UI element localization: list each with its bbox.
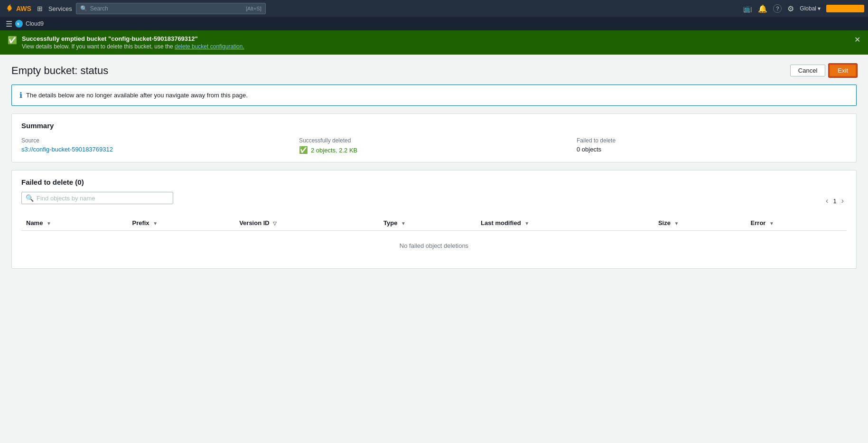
cloud9-icon: 9 (15, 20, 23, 28)
main-content: Empty bucket: status Cancel Exit ℹ The d… (0, 55, 868, 443)
info-text: The details below are no longer availabl… (26, 92, 248, 99)
deleted-check-icon: ✅ (299, 146, 308, 154)
global-region-button[interactable]: Global ▾ (800, 5, 821, 12)
info-box: ℹ The details below are no longer availa… (11, 85, 857, 106)
close-icon[interactable]: ✕ (854, 35, 860, 44)
col-name: Name ▼ (21, 216, 127, 231)
search-icon: 🔍 (80, 5, 87, 12)
deleted-count: 2 objects, 2.2 KB (311, 147, 357, 154)
header-actions: Cancel Exit (790, 64, 857, 77)
success-banner: ✅ Successfully emptied bucket "config-bu… (0, 30, 868, 55)
settings-icon[interactable]: ⚙ (787, 4, 794, 13)
top-navigation: AWS ⊞ Services 🔍 [Alt+S] 📺 🔔 ? ⚙ Global … (0, 0, 868, 17)
search-bar: 🔍 [Alt+S] (76, 3, 266, 14)
search-input[interactable] (90, 5, 243, 12)
source-value: s3://config-bucket-590183769312 (21, 146, 291, 153)
deleted-item: Successfully deleted ✅ 2 objects, 2.2 KB (299, 137, 569, 154)
version-sort-icon[interactable]: ▽ (273, 221, 277, 226)
failed-to-delete-card: Failed to delete (0) 🔍 ‹ 1 › Name ▼ Pref… (11, 170, 857, 269)
search-icon-small: 🔍 (26, 194, 34, 202)
col-error: Error ▼ (746, 216, 847, 231)
banner-title: Successfully emptied bucket "config-buck… (22, 35, 849, 42)
table-wrap: Name ▼ Prefix ▼ Version ID ▽ Type ▼ Last… (21, 216, 847, 261)
source-label: Source (21, 137, 291, 144)
col-prefix: Prefix ▼ (127, 216, 234, 231)
notifications-icon[interactable]: 📺 (743, 4, 752, 13)
name-sort-icon[interactable]: ▼ (47, 221, 51, 226)
source-item: Source s3://config-bucket-590183769312 (21, 137, 291, 154)
col-size: Size ▼ (653, 216, 746, 231)
deleted-value: ✅ 2 objects, 2.2 KB (299, 146, 569, 154)
cloud9-bar: ☰ 9 Cloud9 (0, 17, 868, 30)
account-button[interactable] (826, 5, 864, 12)
prev-page-button[interactable]: ‹ (823, 196, 831, 206)
type-sort-icon[interactable]: ▼ (401, 221, 406, 226)
section-header: Failed to delete (0) (21, 178, 847, 186)
page-number: 1 (833, 198, 836, 205)
find-objects-input[interactable] (37, 195, 169, 202)
deleted-label: Successfully deleted (299, 137, 569, 144)
nav-right: 📺 🔔 ? ⚙ Global ▾ (743, 4, 864, 13)
bell-icon[interactable]: 🔔 (758, 4, 767, 13)
size-sort-icon[interactable]: ▼ (674, 221, 679, 226)
failed-item: Failed to delete 0 objects (577, 137, 847, 154)
info-icon: ℹ (19, 91, 22, 100)
cancel-button[interactable]: Cancel (790, 65, 825, 76)
page-header: Empty bucket: status Cancel Exit (11, 64, 857, 77)
pagination: ‹ 1 › (823, 196, 847, 206)
global-label: Global (800, 5, 816, 12)
search-input-wrap: 🔍 (21, 192, 173, 204)
svg-text:9: 9 (17, 22, 19, 26)
prefix-sort-icon[interactable]: ▼ (153, 221, 158, 226)
search-hint: [Alt+S] (246, 6, 261, 11)
summary-title: Summary (21, 122, 847, 130)
aws-logo[interactable]: AWS (4, 3, 31, 14)
last-modified-sort-icon[interactable]: ▼ (524, 221, 529, 226)
error-sort-icon[interactable]: ▼ (769, 221, 774, 226)
grid-icon[interactable]: ⊞ (35, 3, 45, 14)
failed-value: 0 objects (577, 146, 847, 153)
failed-section-title: Failed to delete (0) (21, 178, 84, 186)
table-header-row: Name ▼ Prefix ▼ Version ID ▽ Type ▼ Last… (21, 216, 847, 231)
banner-content: Successfully emptied bucket "config-buck… (22, 35, 849, 50)
services-link[interactable]: Services (48, 5, 72, 12)
cloud9-label: Cloud9 (26, 20, 44, 27)
col-type: Type ▼ (379, 216, 476, 231)
failed-label: Failed to delete (577, 137, 847, 144)
col-last-modified: Last modified ▼ (476, 216, 653, 231)
filter-bar: 🔍 ‹ 1 › (21, 192, 847, 210)
banner-subtitle-text: View details below. If you want to delet… (22, 43, 173, 50)
next-page-button[interactable]: › (839, 196, 847, 206)
aws-text: AWS (16, 5, 31, 12)
success-check-icon: ✅ (8, 36, 17, 45)
source-link[interactable]: s3://config-bucket-590183769312 (21, 146, 113, 153)
failed-table: Name ▼ Prefix ▼ Version ID ▽ Type ▼ Last… (21, 216, 847, 261)
chevron-down-icon: ▾ (818, 5, 821, 12)
delete-bucket-link[interactable]: delete bucket configuration. (175, 43, 244, 50)
empty-message: No failed object deletions (21, 231, 847, 261)
help-icon[interactable]: ? (773, 4, 782, 13)
banner-subtitle: View details below. If you want to delet… (22, 43, 849, 50)
col-version-id: Version ID ▽ (234, 216, 379, 231)
summary-card: Summary Source s3://config-bucket-590183… (11, 113, 857, 162)
exit-button[interactable]: Exit (829, 64, 857, 77)
empty-table-row: No failed object deletions (21, 231, 847, 261)
summary-grid: Source s3://config-bucket-590183769312 S… (21, 137, 847, 154)
menu-icon[interactable]: ☰ (6, 19, 12, 28)
page-title: Empty bucket: status (11, 65, 108, 77)
